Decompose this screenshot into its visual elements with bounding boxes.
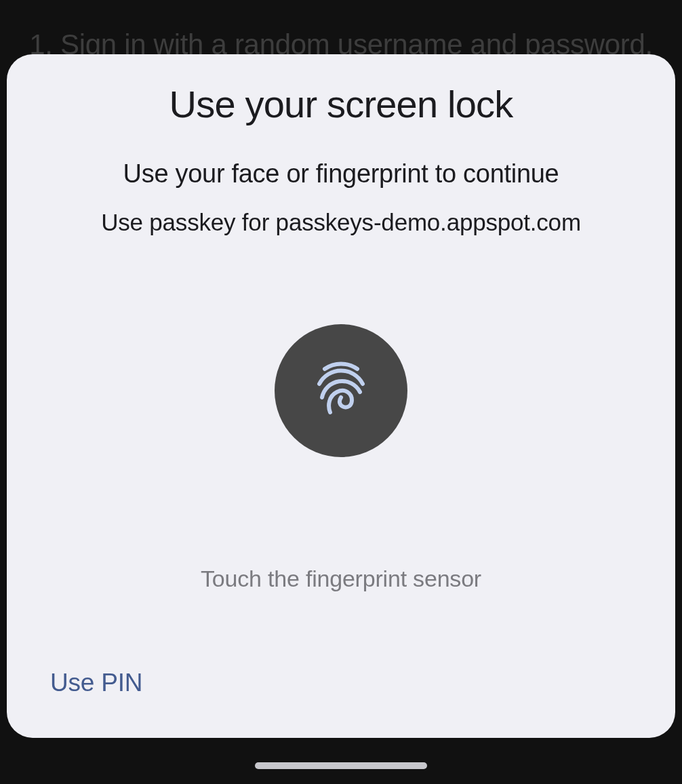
fingerprint-icon [307, 355, 375, 426]
gesture-nav-bar[interactable] [255, 762, 427, 769]
fingerprint-hint: Touch the fingerprint sensor [201, 566, 481, 592]
passkey-domain-text: Use passkey for passkeys-demo.appspot.co… [101, 209, 581, 236]
use-pin-button[interactable]: Use PIN [50, 669, 142, 697]
biometric-dialog: Use your screen lock Use your face or fi… [7, 54, 675, 738]
dialog-title: Use your screen lock [169, 81, 513, 127]
fingerprint-sensor[interactable] [275, 324, 407, 457]
dialog-subtitle: Use your face or fingerprint to continue [123, 159, 559, 189]
